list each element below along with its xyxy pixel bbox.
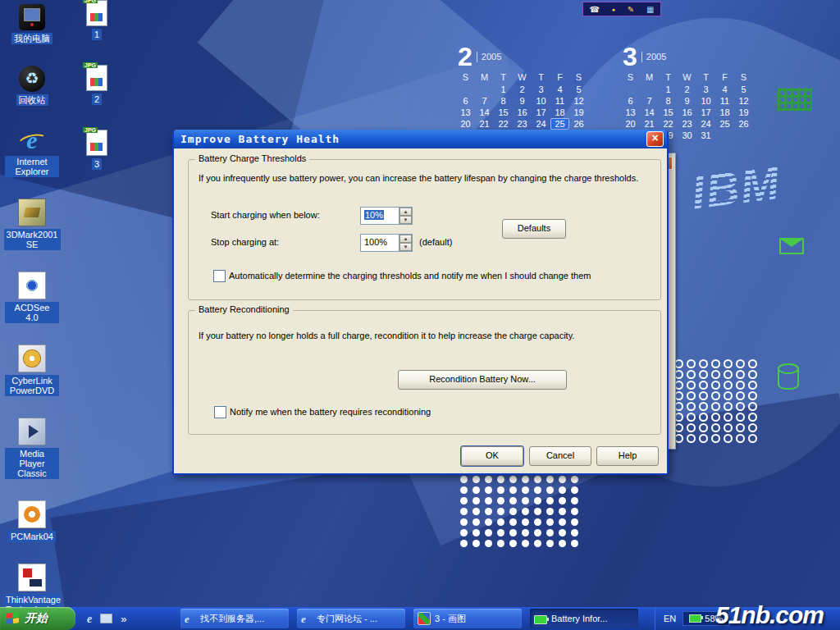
dot — [571, 508, 578, 515]
stop-charging-label: Stop charging at: — [211, 237, 279, 247]
dot — [724, 391, 733, 400]
close-icon[interactable] — [646, 131, 664, 147]
my-computer-icon — [19, 4, 45, 30]
desktop-icon-powerdvd[interactable]: CyberLink PowerDVD — [5, 345, 59, 396]
chevron-icon[interactable] — [121, 611, 126, 626]
spin-up-icon[interactable] — [399, 208, 412, 216]
help-button[interactable]: Help — [596, 446, 659, 466]
calendar-day-header: S — [456, 71, 475, 84]
desktop-icon-pcmark[interactable]: PCMark04 — [8, 500, 56, 542]
dot — [748, 413, 757, 422]
calendar-day-header: T — [494, 71, 513, 84]
start-label: 开始 — [25, 611, 48, 626]
desktop-icon-recycle-bin[interactable]: 回收站 — [16, 66, 48, 106]
dot — [546, 518, 554, 526]
desktop-icon-label: 3DMark2001 SE — [4, 229, 61, 250]
desktop-icon-jpg-file[interactable]: 3 — [86, 130, 107, 170]
battery-reconditioning-group: Battery Reconditioning If your battery n… — [188, 310, 661, 435]
taskbar-button[interactable]: Battery Infor... — [530, 609, 638, 628]
calendar-day: 23 — [678, 118, 696, 130]
thinkvantage-icon — [18, 564, 46, 591]
taskbar-button[interactable]: 3 - 画图 — [413, 609, 522, 628]
language-indicator[interactable]: EN — [664, 614, 676, 623]
3dmark-icon — [18, 199, 46, 226]
dot-icon[interactable] — [612, 3, 615, 15]
desktop-icon-acdsee[interactable]: ACDSee 4.0 — [5, 272, 59, 323]
dot — [546, 540, 554, 547]
desktop-icon-label: Media Player Classic — [5, 448, 59, 479]
wallpaper-dot-grid — [458, 474, 581, 549]
calendar-day — [621, 84, 640, 95]
phone-icon[interactable] — [589, 4, 599, 15]
notify-recondition-checkbox[interactable] — [214, 406, 226, 418]
reconditioning-description: If your battery no longer holds a full c… — [199, 331, 654, 340]
calendar-day: 6 — [456, 95, 475, 107]
calendar-header: 32005 — [623, 44, 753, 69]
dot — [559, 540, 566, 547]
desktop-icon-media-player-classic[interactable]: Media Player Classic — [5, 418, 59, 479]
recondition-battery-button[interactable]: Recondition Battery Now... — [398, 370, 567, 390]
dot — [497, 529, 504, 536]
pen-icon[interactable] — [628, 4, 634, 15]
calendar-week-row: 20212223242526 — [456, 118, 588, 130]
dot — [546, 508, 554, 515]
calendar-day-headers: SMTWTFS — [456, 71, 588, 84]
dot — [736, 434, 745, 443]
dot — [534, 518, 541, 526]
dot — [687, 402, 696, 411]
defaults-button[interactable]: Defaults — [502, 219, 566, 239]
calendar-day: 11 — [550, 95, 569, 107]
desktop-icon-column-1: 我的电脑回收站Internet Explorer3DMark2001 SEACD… — [5, 4, 59, 615]
dot — [748, 391, 757, 400]
start-charging-spinbox[interactable]: 10% — [360, 207, 413, 225]
dot — [460, 540, 468, 547]
taskbar-buttons: 找不到服务器,...专门网论坛 - ...3 - 画图Battery Infor… — [180, 609, 638, 628]
calendar-day — [734, 130, 753, 141]
calendar-day: 1 — [659, 84, 678, 95]
auto-determine-checkbox[interactable] — [213, 270, 226, 282]
system-utility-toolbar[interactable] — [582, 2, 661, 16]
media-player-classic-icon — [18, 418, 46, 445]
taskbar-button[interactable]: 专门网论坛 - ... — [297, 609, 405, 628]
dot — [485, 486, 492, 494]
calendar-year: 2005 — [477, 52, 501, 62]
group-legend: Battery Charge Thresholds — [195, 153, 309, 163]
dialog-title-bar[interactable]: Improve Battery Health — [174, 130, 667, 148]
calendar-day-today: 25 — [550, 118, 569, 130]
ie-icon[interactable] — [87, 611, 92, 626]
start-button[interactable]: 开始 — [0, 607, 75, 630]
desktop-icon-jpg-file[interactable]: 2 — [86, 65, 107, 105]
dot — [497, 508, 504, 515]
grid-icon[interactable] — [646, 4, 654, 15]
dot — [522, 476, 529, 483]
spinner-arrows — [399, 208, 412, 224]
ok-button[interactable]: OK — [461, 446, 523, 466]
dot — [485, 518, 492, 526]
taskbar-button-label: 找不到服务器,... — [200, 613, 264, 625]
spin-up-icon[interactable] — [399, 235, 412, 243]
desktop-icon[interactable] — [100, 614, 112, 623]
desktop-icon-label: 回收站 — [16, 94, 48, 106]
spin-down-icon[interactable] — [399, 243, 412, 251]
spin-down-icon[interactable] — [399, 216, 412, 224]
cancel-button[interactable]: Cancel — [529, 446, 591, 466]
thresholds-description: If you infrequently use battery power, y… — [199, 173, 654, 183]
dot — [485, 497, 492, 504]
dot — [724, 402, 733, 411]
stop-charging-spinbox[interactable]: 100% — [360, 234, 413, 252]
calendar-day: 9 — [513, 95, 532, 107]
desktop-icon-3dmark[interactable]: 3DMark2001 SE — [4, 199, 61, 250]
jpg-file-icon — [86, 0, 107, 26]
calendar-day: 4 — [715, 84, 734, 95]
taskbar-button[interactable]: 找不到服务器,... — [180, 609, 289, 628]
desktop-icon-my-computer[interactable]: 我的电脑 — [11, 4, 52, 44]
desktop-icon-internet-explorer[interactable]: Internet Explorer — [5, 127, 59, 177]
calendar-day: 1 — [494, 84, 513, 95]
calendar-day-header: T — [696, 71, 715, 84]
pcmark-icon — [18, 500, 46, 528]
stop-charging-value: 100% — [361, 235, 399, 251]
dot — [748, 359, 757, 368]
dot — [485, 540, 492, 547]
desktop-icon-jpg-file[interactable]: 1 — [86, 0, 107, 40]
dot — [724, 423, 733, 432]
